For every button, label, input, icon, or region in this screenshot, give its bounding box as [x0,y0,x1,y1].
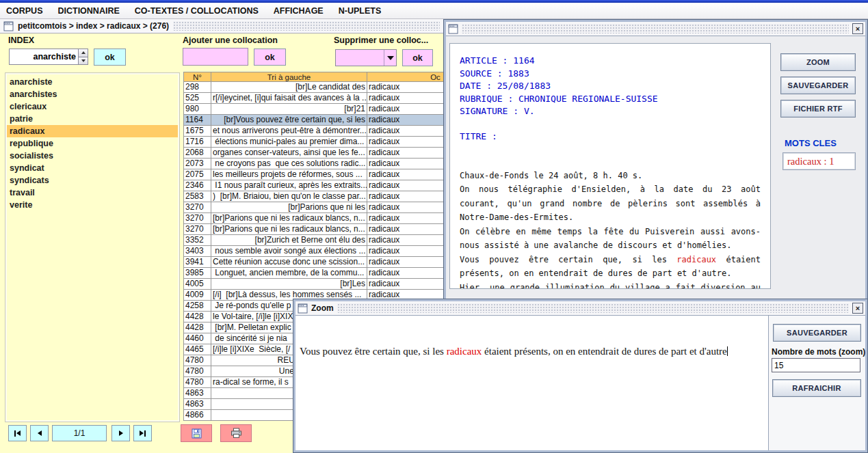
first-page-icon[interactable] [8,425,27,441]
save-floppy-icon[interactable] [181,424,212,442]
menu-item[interactable]: AFFICHAGE [274,6,324,16]
index-word-spinner[interactable] [9,49,88,65]
index-word-list: anarchiste anarchistes clericaux patrie … [5,73,179,422]
cell-number: 525 [184,93,211,103]
cell-number: 2073 [184,159,211,169]
zoom-window: Zoom × Vous pouvez être certain que, si … [293,299,868,453]
printer-icon[interactable] [220,424,252,442]
index-word-input[interactable] [9,49,78,65]
list-item[interactable]: clericaux [7,100,178,113]
cell-number: 2075 [184,169,211,180]
word-count-input[interactable] [772,358,860,372]
zoom-text-editor[interactable]: Vous pouvez être certain que, si les rad… [295,316,768,450]
cell-number: 4428 [184,322,211,333]
cell-number: 3941 [184,257,211,267]
cell-left-context: organes conser-vateurs, ainsi que les fe… [211,148,367,158]
save-article-button[interactable]: SAUVEGARDER [780,77,856,94]
text-caret [727,346,728,356]
close-icon[interactable]: × [852,23,863,34]
spinner-up-icon[interactable] [78,49,88,57]
cell-left-context: Cette réunion accuse donc une scission..… [211,257,367,267]
window-icon [3,21,14,31]
save-zoom-button[interactable]: SAUVEGARDER [773,324,861,342]
cell-number: 4258 [184,301,211,311]
cell-left-context: I1 nous paraît curieux, après les extrai… [211,180,367,191]
article-paragraph: Hier, une grande illumination du village… [460,281,761,290]
rtf-file-button[interactable]: FICHIER RTF [780,100,856,118]
cell-number: 3270 [184,224,211,234]
cell-left-context: [br]Zurich et Berne ont élu des [211,235,367,245]
zoom-window-title: Zoom [311,303,334,313]
word-count-label: Nombre de mots (zoom) [772,347,865,357]
zoom-window-titlebar[interactable]: Zoom × [295,301,865,316]
menu-item[interactable]: CO-TEXTES / COLLOCATIONS [135,6,259,16]
article-titre-line: TITRE : [460,131,761,141]
mots-cles-label: MOTS CLES [785,138,837,148]
cell-number: 3985 [184,268,211,278]
zoom-button[interactable]: ZOOM [780,53,856,71]
add-collocation-input[interactable] [183,48,248,66]
column-header-n[interactable]: N° [184,72,211,81]
list-item[interactable]: travail [7,187,178,199]
spinner-down-icon[interactable] [78,57,88,66]
cell-left-context: [br]Les [211,279,367,289]
highlighted-keyword: radicaux [447,346,482,357]
cell-left-context: ) [br]M. Briaiou, bien qu'on le classe p… [211,191,367,202]
article-paragraph: Vous pouvez être certain que, si les rad… [460,253,761,281]
highlighted-keyword: radicaux [676,255,716,264]
add-collocation-ok-button[interactable]: ok [254,49,286,66]
main-frame-titlebar[interactable]: petitcomtois > index > radicaux > (276) [0,19,443,33]
index-ok-button[interactable]: ok [94,49,126,66]
article-meta-line: RUBRIQUE : CHRONIQUE REGIONALE-SUISSE [460,93,761,106]
page-indicator: 1/1 [52,425,107,441]
cell-number: 4780 [184,366,211,376]
menu-item[interactable]: CORPUS [6,6,42,16]
cell-number: 4863 [184,388,211,398]
list-item[interactable]: verite [7,199,178,211]
list-item[interactable]: radicaux [7,125,178,137]
article-paragraph: On nous télégraphie d'Ensielden, à la da… [460,182,761,225]
last-page-icon[interactable] [133,425,152,441]
list-item[interactable]: anarchistes [7,88,178,100]
article-meta-line: ARTICLE : 1164 [460,55,761,68]
menu-item[interactable]: N-UPLETS [339,6,382,16]
list-item[interactable]: republique [7,137,178,150]
cell-number: 2346 [184,180,211,191]
cell-number: 4866 [184,410,211,420]
combo-arrow-icon[interactable] [384,50,396,66]
cell-number: 4428 [184,312,211,322]
window-icon [298,303,308,314]
article-window-titlebar[interactable]: × [446,22,865,36]
close-icon[interactable]: × [852,303,863,314]
cell-number: 2583 [184,191,211,202]
next-page-icon[interactable] [111,425,130,441]
list-item[interactable]: syndicat [7,162,178,174]
add-collocation-label: Ajouter une collocation [183,36,278,45]
cell-left-context: [br]Vous pouvez être certain que, si les [211,115,367,125]
cell-left-context: et nous arriverons peut-être à démontrer… [211,126,367,136]
column-header-tri-a-gauche[interactable]: Tri à gauche [211,72,367,81]
article-text-pane[interactable]: ARTICLE : 1164 SOURCE : 1883 DATE : 25/0… [449,43,771,289]
cell-number: 4465 [184,344,211,355]
list-item[interactable]: patrie [7,113,178,125]
cell-left-context: [br]Parions que ni les radicaux blancs, … [211,213,367,223]
cell-number: 1164 [184,115,211,125]
menu-item[interactable]: DICTIONNAIRE [57,6,119,16]
remove-collocation-dropdown[interactable] [335,49,397,66]
cell-number: 4780 [184,377,211,387]
remove-collocation-ok-button[interactable]: ok [402,49,433,66]
list-item[interactable]: anarchiste [7,76,178,88]
dropdown-value [336,50,384,66]
cell-number: 4005 [184,279,211,289]
article-paragraph: Chaux-de-Fonds le 24 août, 8 h. 40 s. [460,169,761,183]
cell-number: 4780 [184,355,211,366]
window-icon [448,24,458,34]
cell-number: 4460 [184,333,211,344]
list-item[interactable]: socialistes [7,150,178,162]
list-item[interactable]: syndicats [7,174,178,187]
refresh-button[interactable]: RAFRAICHIR [772,379,861,397]
titlebar-stipple [337,303,849,313]
cell-number: 2068 [184,148,211,158]
cell-number: 3270 [184,202,211,212]
prev-page-icon[interactable] [30,425,49,441]
